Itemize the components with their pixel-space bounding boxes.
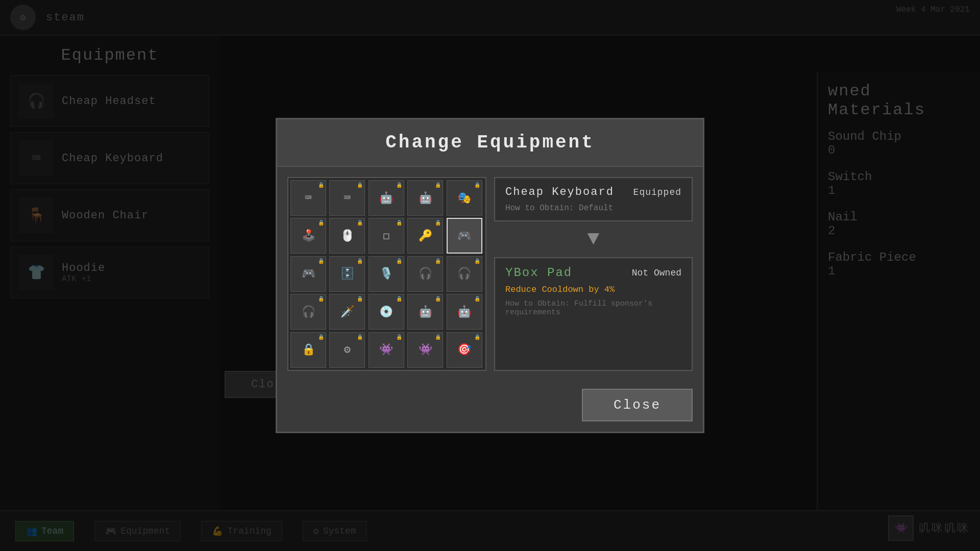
equipped-item-info: Cheap Keyboard Equipped How to Obtain: D… (494, 177, 693, 221)
equipped-header: Cheap Keyboard Equipped (505, 186, 681, 198)
equipped-badge: Equipped (633, 187, 681, 197)
lock-icon-4: 🔒 (474, 182, 480, 188)
cell-img-3: 🤖 (412, 185, 438, 211)
grid-cell-22[interactable]: 👾🔒 (369, 332, 404, 368)
lock-icon-12: 🔒 (396, 258, 402, 264)
lock-icon-17: 🔒 (396, 296, 402, 302)
grid-cell-6[interactable]: 🖱️🔒 (329, 218, 365, 254)
modal-header: Change Equipment (277, 119, 703, 167)
lock-icon-3: 🔒 (435, 182, 441, 188)
equipped-obtain: How to Obtain: Default (505, 204, 681, 213)
cell-img-6: 🖱️ (334, 223, 360, 248)
lock-icon-23: 🔒 (435, 334, 441, 340)
cell-img-16: 🗡️ (334, 299, 360, 324)
close-button[interactable]: Close (582, 389, 693, 421)
cell-img-9: 🎮 (452, 223, 477, 248)
grid-cell-20[interactable]: 🔒🔒 (290, 332, 326, 368)
lock-icon-20: 🔒 (318, 334, 324, 340)
selected-item-info: YBox Pad Not Owned Reduce Cooldown by 4%… (494, 257, 693, 371)
cell-img-1: ⌨️ (334, 185, 360, 211)
cell-img-24: 🎯 (452, 337, 477, 363)
lock-icon-2: 🔒 (396, 182, 402, 188)
cell-img-18: 🤖 (412, 299, 438, 324)
cell-img-0: ⌨️ (296, 185, 321, 211)
cell-img-10: 🎮 (296, 261, 321, 287)
grid-cell-8[interactable]: 🔑🔒 (407, 218, 443, 254)
modal-title: Change Equipment (292, 132, 688, 153)
lock-icon-6: 🔒 (357, 220, 363, 226)
selected-header: YBox Pad Not Owned (505, 266, 681, 280)
lock-icon-19: 🔒 (474, 296, 480, 302)
grid-cell-2[interactable]: 🤖🔒 (369, 180, 404, 216)
selected-obtain: How to Obtain: Fulfill sponsor's require… (505, 299, 681, 317)
grid-cell-17[interactable]: 💿🔒 (369, 294, 404, 330)
grid-cell-24[interactable]: 🎯🔒 (447, 332, 482, 368)
grid-cell-10[interactable]: 🎮🔒 (290, 256, 326, 292)
cell-img-5: 🕹️ (296, 223, 321, 248)
lock-icon-24: 🔒 (474, 334, 480, 340)
lock-icon-22: 🔒 (396, 334, 402, 340)
cell-img-11: 🗄️ (334, 261, 360, 287)
effect-text: Reduce Cooldown by (505, 285, 604, 294)
cell-img-2: 🤖 (374, 185, 399, 211)
item-effect: Reduce Cooldown by 4% (505, 285, 681, 294)
items-grid-panel: ⌨️🔒⌨️🔒🤖🔒🤖🔒🎭🔒🕹️🔒🖱️🔒◻️🔒🔑🔒🎮🎮🔒🗄️🔒🎙️🔒🎧🔒🎧🔒🎧🔒🗡️… (287, 177, 486, 371)
grid-cell-21[interactable]: ⚙️🔒 (329, 332, 365, 368)
info-panel: Cheap Keyboard Equipped How to Obtain: D… (494, 177, 693, 371)
grid-cell-0[interactable]: ⌨️🔒 (290, 180, 326, 216)
effect-value: 4% (604, 285, 615, 294)
cell-img-7: ◻️ (374, 223, 399, 248)
grid-cell-3[interactable]: 🤖🔒 (407, 180, 443, 216)
lock-icon-8: 🔒 (435, 220, 441, 226)
cell-img-17: 💿 (374, 299, 399, 324)
equipped-item-name: Cheap Keyboard (505, 186, 614, 198)
grid-cell-7[interactable]: ◻️🔒 (369, 218, 404, 254)
lock-icon-16: 🔒 (357, 296, 363, 302)
grid-cell-13[interactable]: 🎧🔒 (407, 256, 443, 292)
cell-img-23: 👾 (412, 337, 438, 363)
cell-img-19: 🤖 (452, 299, 477, 324)
lock-icon-10: 🔒 (318, 258, 324, 264)
cell-img-12: 🎙️ (374, 261, 399, 287)
modal-body: ⌨️🔒⌨️🔒🤖🔒🤖🔒🎭🔒🕹️🔒🖱️🔒◻️🔒🔑🔒🎮🎮🔒🗄️🔒🎙️🔒🎧🔒🎧🔒🎧🔒🗡️… (277, 167, 703, 381)
items-grid[interactable]: ⌨️🔒⌨️🔒🤖🔒🤖🔒🎭🔒🕹️🔒🖱️🔒◻️🔒🔑🔒🎮🎮🔒🗄️🔒🎙️🔒🎧🔒🎧🔒🎧🔒🗡️… (287, 177, 486, 371)
grid-cell-1[interactable]: ⌨️🔒 (329, 180, 365, 216)
grid-cell-9[interactable]: 🎮 (447, 218, 482, 254)
cell-img-15: 🎧 (296, 299, 321, 324)
lock-icon-21: 🔒 (357, 334, 363, 340)
grid-cell-5[interactable]: 🕹️🔒 (290, 218, 326, 254)
grid-cell-14[interactable]: 🎧🔒 (447, 256, 482, 292)
lock-icon-18: 🔒 (435, 296, 441, 302)
cell-img-21: ⚙️ (334, 337, 360, 363)
grid-cell-23[interactable]: 👾🔒 (407, 332, 443, 368)
modal-footer: Close (277, 381, 703, 432)
grid-cell-19[interactable]: 🤖🔒 (447, 294, 482, 330)
cell-img-14: 🎧 (452, 261, 477, 287)
selected-item-name: YBox Pad (505, 266, 572, 280)
grid-cell-12[interactable]: 🎙️🔒 (369, 256, 404, 292)
lock-icon-5: 🔒 (318, 220, 324, 226)
lock-icon-11: 🔒 (357, 258, 363, 264)
not-owned-badge: Not Owned (632, 268, 681, 278)
lock-icon-15: 🔒 (318, 296, 324, 302)
lock-icon-1: 🔒 (357, 182, 363, 188)
cell-img-22: 👾 (374, 337, 399, 363)
lock-icon-14: 🔒 (474, 258, 480, 264)
grid-cell-4[interactable]: 🎭🔒 (447, 180, 482, 216)
lock-icon-7: 🔒 (396, 220, 402, 226)
cell-img-4: 🎭 (452, 185, 477, 211)
cell-img-20: 🔒 (296, 337, 321, 363)
grid-cell-15[interactable]: 🎧🔒 (290, 294, 326, 330)
modal-overlay: Change Equipment ⌨️🔒⌨️🔒🤖🔒🤖🔒🎭🔒🕹️🔒🖱️🔒◻️🔒🔑🔒… (0, 0, 980, 551)
grid-cell-11[interactable]: 🗄️🔒 (329, 256, 365, 292)
cell-img-8: 🔑 (412, 223, 438, 248)
grid-cell-16[interactable]: 🗡️🔒 (329, 294, 365, 330)
grid-cell-18[interactable]: 🤖🔒 (407, 294, 443, 330)
change-equipment-modal: Change Equipment ⌨️🔒⌨️🔒🤖🔒🤖🔒🎭🔒🕹️🔒🖱️🔒◻️🔒🔑🔒… (276, 118, 704, 433)
cell-img-13: 🎧 (412, 261, 438, 287)
lock-icon-0: 🔒 (318, 182, 324, 188)
lock-icon-13: 🔒 (435, 258, 441, 264)
arrow-down-icon: ▼ (494, 229, 693, 249)
